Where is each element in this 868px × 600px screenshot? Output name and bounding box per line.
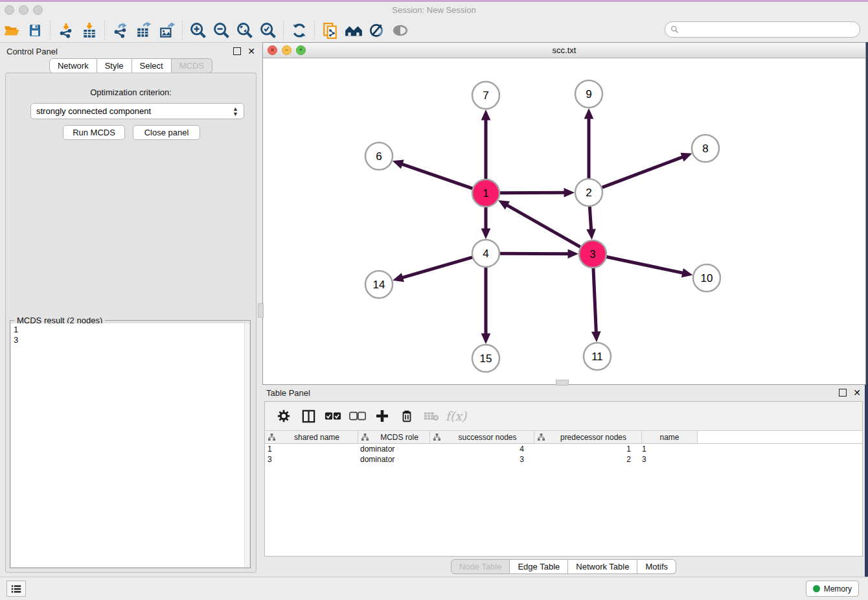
criterion-select[interactable]: strongly connected component ▲▼: [30, 103, 244, 119]
result-scrollbar[interactable]: [244, 323, 249, 567]
close-panel-icon[interactable]: ✕: [853, 389, 861, 396]
edge-2-3[interactable]: [589, 206, 591, 230]
cell-shared-name[interactable]: 1: [265, 444, 358, 454]
import-table-button[interactable]: [78, 20, 101, 41]
delete-table-button[interactable]: [420, 405, 442, 427]
graph-node-3[interactable]: 3: [579, 240, 606, 268]
deselect-all-columns-button[interactable]: [347, 405, 369, 427]
network-graph[interactable]: 7968124314101511: [263, 58, 864, 384]
node-table-container: f(x) shared nameMCDS rolesuccessor nodes…: [264, 401, 863, 557]
graph-node-11[interactable]: 11: [584, 343, 611, 370]
zoom-fit-button[interactable]: [233, 20, 257, 41]
graph-node-4[interactable]: 4: [472, 240, 499, 267]
graph-node-1[interactable]: 1: [472, 179, 499, 207]
column-header-name[interactable]: name: [642, 431, 698, 443]
cell-successor-nodes[interactable]: 4: [429, 444, 532, 454]
first-neighbors-button[interactable]: [342, 20, 365, 41]
clone-network-button[interactable]: [319, 20, 342, 41]
cell-successor-nodes[interactable]: 3: [429, 454, 532, 465]
network-window-titlebar[interactable]: × − + scc.txt: [263, 43, 865, 58]
import-table-icon: [81, 22, 98, 39]
table-row[interactable]: 1dominator411: [265, 444, 862, 454]
arrowhead-icon: [481, 334, 491, 344]
tab-select[interactable]: Select: [132, 58, 172, 73]
cell-shared-name[interactable]: 3: [265, 454, 358, 465]
cell-predecessor-nodes[interactable]: 2: [532, 454, 639, 465]
search-box[interactable]: [665, 21, 860, 38]
close-panel-button[interactable]: Close panel: [133, 125, 200, 140]
import-network-button[interactable]: [54, 20, 78, 41]
cell-name[interactable]: 3: [639, 454, 694, 465]
zoom-in-icon: [189, 21, 207, 40]
hide-selected-button[interactable]: [365, 20, 389, 41]
save-session-button[interactable]: [23, 20, 47, 41]
zoom-out-button[interactable]: [210, 20, 233, 41]
export-network-button[interactable]: [109, 20, 132, 41]
plus-icon: [374, 408, 390, 424]
refresh-icon: [291, 22, 308, 39]
zoom-selected-button[interactable]: [257, 20, 280, 41]
graph-node-9[interactable]: 9: [575, 80, 602, 108]
mcds-result-text[interactable]: 13: [11, 323, 245, 567]
close-panel-icon[interactable]: ✕: [247, 48, 255, 54]
tab-style[interactable]: Style: [97, 58, 132, 73]
vertical-split-grip[interactable]: [258, 303, 264, 317]
task-history-button[interactable]: [6, 581, 26, 597]
show-hidden-button[interactable]: [389, 20, 412, 41]
horizontal-split-grip[interactable]: [556, 380, 569, 386]
memory-button[interactable]: Memory: [806, 581, 859, 597]
tab-edge-table[interactable]: Edge Table: [510, 559, 568, 574]
cell-MCDS-role[interactable]: dominator: [358, 454, 429, 465]
edge-3-1[interactable]: [507, 205, 581, 247]
add-column-button[interactable]: [371, 405, 393, 427]
column-header-predecessor-nodes[interactable]: predecessor nodes: [534, 431, 642, 443]
tab-network[interactable]: Network: [49, 58, 97, 73]
graph-node-6[interactable]: 6: [365, 143, 393, 170]
graph-node-10[interactable]: 10: [693, 264, 720, 292]
graph-node-2[interactable]: 2: [575, 179, 602, 206]
graph-node-14[interactable]: 14: [365, 271, 393, 298]
table-settings-button[interactable]: [273, 405, 295, 427]
export-network-icon: [112, 22, 129, 39]
column-header-shared-name[interactable]: shared name: [265, 431, 358, 443]
run-mcds-button[interactable]: Run MCDS: [63, 125, 125, 140]
table-row[interactable]: 3dominator323: [265, 454, 862, 465]
graph-node-15[interactable]: 15: [472, 345, 499, 372]
edge-4-3[interactable]: [499, 253, 569, 254]
export-image-button[interactable]: [155, 20, 179, 41]
toggle-panes-button[interactable]: [297, 405, 319, 427]
refresh-button[interactable]: [288, 20, 311, 41]
edge-1-2[interactable]: [499, 192, 565, 193]
edge-2-8[interactable]: [602, 157, 683, 188]
arrowhead-icon: [564, 188, 575, 198]
cell-name[interactable]: 1: [639, 444, 694, 454]
export-table-button[interactable]: [132, 20, 155, 41]
edge-3-10[interactable]: [606, 257, 683, 273]
svg-text:10: 10: [701, 272, 713, 284]
search-input[interactable]: [682, 25, 860, 35]
float-panel-icon[interactable]: [233, 47, 241, 55]
edge-1-6[interactable]: [402, 164, 473, 189]
network-canvas[interactable]: 7968124314101511: [263, 58, 865, 384]
tab-motifs[interactable]: Motifs: [637, 559, 676, 574]
cell-predecessor-nodes[interactable]: 1: [532, 444, 639, 454]
graph-node-7[interactable]: 7: [472, 82, 499, 109]
cell-MCDS-role[interactable]: dominator: [358, 444, 429, 454]
tab-mcds[interactable]: MCDS: [172, 58, 212, 73]
arrowhead-icon: [586, 229, 596, 240]
float-panel-icon[interactable]: [839, 389, 847, 397]
tab-node-table[interactable]: Node Table: [451, 559, 510, 574]
edge-3-11[interactable]: [593, 268, 596, 332]
column-header-MCDS-role[interactable]: MCDS role: [358, 431, 430, 443]
select-all-columns-button[interactable]: [322, 405, 344, 427]
delete-column-button[interactable]: [396, 405, 418, 427]
arrowhead-icon: [584, 108, 594, 119]
zoom-in-button[interactable]: [187, 20, 210, 41]
column-header-successor-nodes[interactable]: successor nodes: [430, 431, 534, 443]
function-builder-button[interactable]: f(x): [445, 405, 467, 427]
tab-network-table[interactable]: Network Table: [568, 559, 637, 574]
edge-4-14[interactable]: [402, 257, 473, 278]
graph-node-8[interactable]: 8: [692, 135, 719, 162]
open-session-button[interactable]: [0, 20, 23, 41]
memory-status-dot: [813, 585, 820, 592]
